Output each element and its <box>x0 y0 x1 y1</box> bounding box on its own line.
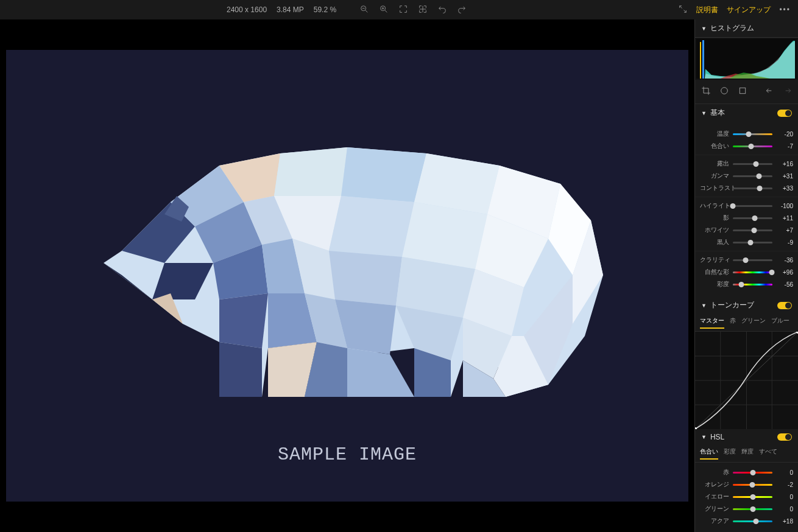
slider-イエロー: イエロー0 <box>695 491 798 503</box>
slider-thumb[interactable] <box>753 161 758 167</box>
slider-thumb[interactable] <box>748 240 754 245</box>
slider-track[interactable] <box>733 175 772 177</box>
slider-label: 赤 <box>700 468 729 477</box>
slider-value: -9 <box>776 239 793 246</box>
tab-赤[interactable]: 赤 <box>730 317 736 329</box>
undo-icon[interactable] <box>764 86 774 97</box>
slider-track[interactable] <box>733 187 772 189</box>
redo-icon[interactable] <box>457 4 467 16</box>
canvas-area[interactable]: SAMPLE IMAGE <box>0 19 694 532</box>
slider-label: 彩度 <box>700 280 729 289</box>
actual-size-icon[interactable] <box>418 4 428 16</box>
histogram-display <box>695 37 798 80</box>
slider-track[interactable] <box>733 472 772 474</box>
zoom-out-icon[interactable] <box>359 4 369 16</box>
slider-赤: 赤0 <box>695 466 798 478</box>
slider-value: 0 <box>776 506 793 513</box>
slider-thumb[interactable] <box>730 203 736 209</box>
slider-label: 黒人 <box>700 238 729 247</box>
undo-icon[interactable] <box>437 4 447 16</box>
slider-thumb[interactable] <box>750 494 755 500</box>
slider-thumb[interactable] <box>769 270 774 275</box>
redo-icon[interactable] <box>783 86 793 97</box>
slider-value: -56 <box>776 281 793 288</box>
svg-point-56 <box>721 88 728 94</box>
tab-輝度[interactable]: 輝度 <box>741 447 754 460</box>
slider-track[interactable] <box>733 163 772 165</box>
slider-track[interactable] <box>733 508 772 510</box>
slider-thumb[interactable] <box>752 215 758 221</box>
tab-彩度[interactable]: 彩度 <box>724 447 736 460</box>
slider-thumb[interactable] <box>756 173 761 179</box>
slider-thumb[interactable] <box>752 228 757 233</box>
sample-image <box>85 117 609 403</box>
section-label: ヒストグラム <box>710 23 754 33</box>
section-basic[interactable]: ▼ 基本 <box>695 104 798 122</box>
slider-track[interactable] <box>733 205 772 207</box>
circle-icon[interactable] <box>719 86 729 97</box>
chevron-down-icon: ▼ <box>701 303 707 309</box>
slider-label: グリーン <box>700 505 729 513</box>
chevron-down-icon: ▼ <box>701 110 707 116</box>
slider-value: +33 <box>776 185 793 192</box>
slider-thumb[interactable] <box>739 282 744 287</box>
slider-影: 影+11 <box>695 212 798 224</box>
slider-thumb[interactable] <box>757 186 762 191</box>
slider-thumb[interactable] <box>749 482 755 488</box>
svg-marker-50 <box>700 42 701 79</box>
section-tonecurve[interactable]: ▼ トーンカーブ <box>695 296 798 314</box>
slider-thumb[interactable] <box>750 470 755 475</box>
fit-screen-icon[interactable] <box>398 4 408 16</box>
slider-label: クラリティ <box>700 256 729 264</box>
zoom-in-icon[interactable] <box>379 4 389 16</box>
slider-value: -2 <box>776 481 793 488</box>
slider-thumb[interactable] <box>750 506 755 512</box>
tab-すべて[interactable]: すべて <box>759 447 777 460</box>
sample-text-label: SAMPLE IMAGE <box>278 444 417 465</box>
chevron-down-icon: ▼ <box>701 434 707 440</box>
toggle-basic[interactable] <box>777 110 792 117</box>
tab-ブルー[interactable]: ブルー <box>771 317 789 329</box>
slider-track[interactable] <box>733 259 772 261</box>
slider-label: ハイライト <box>700 201 729 210</box>
svg-rect-57 <box>740 88 745 93</box>
tab-マスター[interactable]: マスター <box>700 317 724 329</box>
slider-thumb[interactable] <box>746 131 752 137</box>
image-megapixels: 3.84 MP <box>277 5 304 14</box>
slider-value: -20 <box>776 131 793 138</box>
tab-色合い[interactable]: 色合い <box>700 447 718 460</box>
slider-track[interactable] <box>733 484 772 486</box>
section-label: トーンカーブ <box>710 300 754 310</box>
toggle-tonecurve[interactable] <box>777 302 792 309</box>
section-histogram[interactable]: ▼ ヒストグラム <box>695 19 798 37</box>
slider-track[interactable] <box>733 242 772 243</box>
svg-marker-51 <box>702 40 704 79</box>
manual-link[interactable]: 説明書 <box>696 5 718 15</box>
slider-track[interactable] <box>733 229 772 231</box>
signup-link[interactable]: サインアップ <box>727 5 771 15</box>
more-menu-icon[interactable]: ••• <box>779 5 791 14</box>
fullscreen-icon[interactable] <box>678 4 688 16</box>
slider-label: 色合い <box>700 142 729 150</box>
slider-value: +96 <box>776 269 793 276</box>
slider-track[interactable] <box>733 496 772 498</box>
slider-ハイライト: ハイライト-100 <box>695 200 798 212</box>
section-hsl[interactable]: ▼ HSL <box>695 429 798 445</box>
slider-label: 温度 <box>700 130 729 138</box>
toggle-hsl[interactable] <box>777 433 792 441</box>
slider-track[interactable] <box>733 217 772 219</box>
slider-thumb[interactable] <box>748 144 754 149</box>
slider-track[interactable] <box>733 520 772 522</box>
slider-track[interactable] <box>733 284 772 285</box>
slider-自然な彩: 自然な彩+96 <box>695 266 798 278</box>
square-icon[interactable] <box>738 86 747 97</box>
slider-track[interactable] <box>733 145 772 147</box>
tab-グリーン[interactable]: グリーン <box>741 317 766 329</box>
slider-track[interactable] <box>733 133 772 135</box>
slider-label: ガンマ <box>700 172 729 180</box>
crop-icon[interactable] <box>701 86 711 97</box>
slider-track[interactable] <box>733 271 772 273</box>
slider-thumb[interactable] <box>743 257 748 263</box>
tone-curve-graph[interactable] <box>695 332 798 429</box>
slider-thumb[interactable] <box>754 519 759 524</box>
